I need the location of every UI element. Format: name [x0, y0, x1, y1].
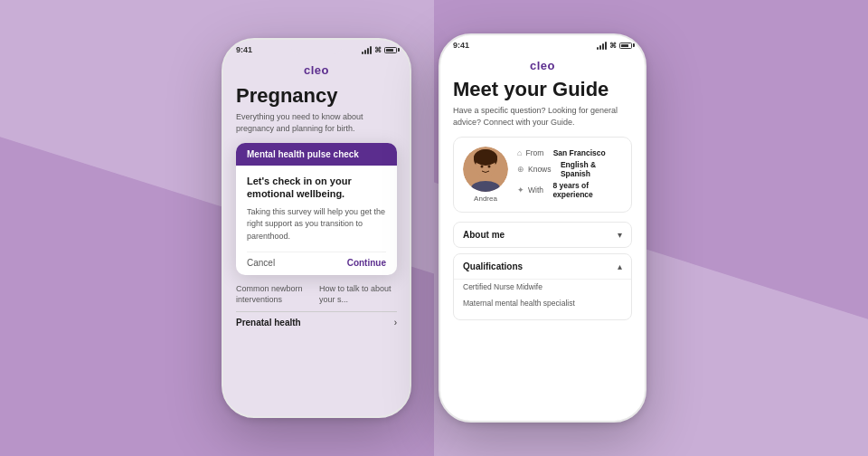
notch-right	[515, 35, 570, 50]
svg-rect-3	[481, 175, 490, 182]
cancel-button[interactable]: Cancel	[247, 258, 275, 268]
accordion-title-qualifications: Qualifications	[463, 261, 523, 271]
knows-label: Knows	[528, 165, 552, 174]
prenatal-label: Prenatal health	[236, 318, 301, 328]
home-icon: ⌂	[517, 148, 522, 157]
modal-card: Mental health pulse check Let's check in…	[236, 143, 397, 275]
wifi-icon: ⌘	[374, 46, 382, 54]
phones-container: 9:41 ⌘ cleo Pregnancy Everything you nee…	[222, 33, 646, 423]
svg-point-5	[481, 166, 484, 168]
avatar-container: Andrea	[463, 147, 508, 203]
time-left: 9:41	[236, 45, 252, 54]
status-icons-right: ⌘	[597, 42, 632, 50]
from-label: From	[525, 148, 543, 157]
accordion-about-me: About me ▾	[453, 222, 632, 248]
knows-value: English & Spanish	[561, 160, 622, 178]
chevron-down-icon: ▾	[618, 230, 622, 240]
guide-detail-location: ⌂ From San Francisco	[517, 148, 622, 157]
time-right: 9:41	[453, 41, 469, 50]
modal-body: Let's check in on your emotional wellbei…	[236, 166, 397, 275]
modal-actions: Cancel Continue	[247, 252, 386, 268]
qualification-item-2: Maternal mental health specialist	[463, 296, 622, 312]
battery-icon-right	[619, 43, 632, 49]
accordion-header-qualifications[interactable]: Qualifications ▴	[454, 254, 631, 279]
phone-left-content: cleo Pregnancy Everything you need to kn…	[223, 56, 410, 407]
modal-title: Let's check in on your emotional wellbei…	[247, 175, 386, 201]
status-icons-left: ⌘	[362, 46, 397, 54]
avatar	[463, 147, 508, 192]
battery-icon	[384, 47, 397, 53]
from-value: San Francisco	[553, 148, 606, 157]
guide-card: Andrea ⌂ From San Francisco ⊕ Knows Engl…	[453, 137, 632, 213]
accordion-header-about-me[interactable]: About me ▾	[454, 223, 631, 247]
phone-right-content: cleo Meet your Guide Have a specific que…	[440, 52, 645, 412]
cleo-logo-right: cleo	[453, 59, 632, 72]
accordion-title-about-me: About me	[463, 230, 505, 240]
page-title-right: Meet your Guide	[453, 78, 632, 101]
page-subtitle-left: Everything you need to know about pregna…	[236, 111, 397, 134]
guide-details: ⌂ From San Francisco ⊕ Knows English & S…	[517, 148, 622, 202]
page-subtitle-right: Have a specific question? Looking for ge…	[453, 105, 632, 128]
qualification-item-1: Certified Nurse Midwife	[463, 280, 622, 296]
below-modal: Common newborn interventions How to talk…	[236, 284, 397, 327]
svg-point-6	[488, 166, 491, 168]
article-row: Common newborn interventions How to talk…	[236, 284, 397, 305]
with-label: With	[528, 185, 543, 195]
guide-detail-language: ⊕ Knows English & Spanish	[517, 160, 622, 178]
accordion-body-qualifications: Certified Nurse Midwife Maternal mental …	[454, 279, 631, 319]
svg-point-7	[474, 149, 497, 166]
signal-icon-right	[597, 42, 607, 50]
notch-left	[289, 40, 344, 54]
guide-name: Andrea	[474, 195, 497, 203]
globe-icon: ⊕	[517, 165, 524, 174]
chevron-right-icon: ›	[394, 318, 397, 328]
prenatal-row[interactable]: Prenatal health ›	[236, 311, 397, 328]
phone-left: 9:41 ⌘ cleo Pregnancy Everything you nee…	[222, 38, 411, 418]
article-item-1: Common newborn interventions	[236, 284, 314, 305]
wifi-icon-right: ⌘	[609, 42, 617, 50]
signal-icon	[362, 46, 372, 54]
certificate-icon: ✦	[517, 185, 524, 195]
phone-right: 9:41 ⌘ cleo Meet your Guide Have a speci…	[439, 33, 646, 423]
article-item-2: How to talk to about your s...	[319, 284, 397, 305]
guide-detail-experience: ✦ With 8 years of experience	[517, 181, 622, 199]
chevron-up-icon: ▴	[618, 261, 622, 271]
accordion-qualifications: Qualifications ▴ Certified Nurse Midwife…	[453, 253, 632, 320]
continue-button[interactable]: Continue	[347, 258, 386, 268]
modal-header: Mental health pulse check	[236, 143, 397, 166]
page-title-left: Pregnancy	[236, 84, 397, 108]
experience-value: 8 years of experience	[552, 181, 622, 199]
modal-description: Taking this survey will help you get the…	[247, 206, 386, 243]
cleo-logo-left: cleo	[236, 63, 397, 77]
modal-header-text: Mental health pulse check	[247, 149, 386, 159]
